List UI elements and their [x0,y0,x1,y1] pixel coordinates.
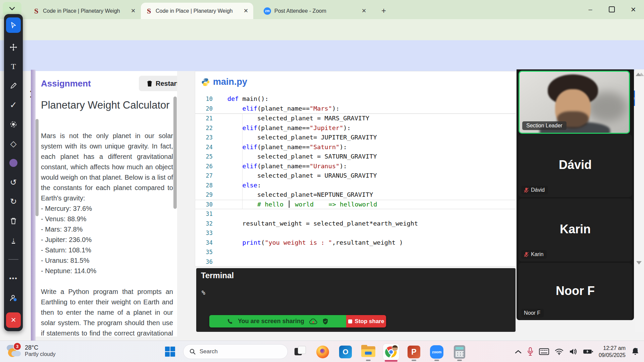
zoom-favicon: zm [264,7,271,15]
spotlight-tool-icon[interactable] [6,119,21,129]
code-area[interactable]: 10def main():20 elif(planet_name=="Mars"… [195,94,516,266]
undo-tool-icon[interactable]: ↺ [6,177,21,187]
close-window-button[interactable]: × [623,0,644,19]
line-number: 29 [195,190,213,200]
tab-close-icon[interactable]: ✕ [129,7,137,15]
code-line-34[interactable]: 34 print("you weight is : ",resultant_we… [195,238,516,248]
assignment-intro: Mars is not the only planet in our solar… [41,131,173,203]
task-view-taskbar-icon[interactable] [292,344,308,360]
terminal-prompt: % [202,289,205,296]
code-line-32[interactable]: 32 resultant_weight = selected_planet*ea… [195,219,516,229]
assignment-scrollbar[interactable] [173,97,177,209]
section-leader-video[interactable]: Section Leader [519,71,630,134]
tray-time: 12:27 am [599,345,626,352]
participant-tile-noor-f[interactable]: Noor FNoor F [519,263,632,320]
code-line-20[interactable]: 20 elif(planet_name=="Mars"): [195,104,516,114]
code-line-10[interactable]: 10def main(): [195,94,516,104]
cloud-recording-icon [309,318,318,324]
code-line-33[interactable]: 33 [195,228,516,238]
redo-tool-icon[interactable]: ↻ [6,196,21,206]
notification-bell-icon[interactable]: z [631,347,639,356]
svg-text:z: z [636,347,638,351]
taskbar-search[interactable]: Search [183,344,288,359]
line-number: 31 [195,209,213,219]
tray-chevron-up-icon[interactable] [515,350,522,354]
battery-icon[interactable] [583,349,593,355]
toolbar-separator [6,254,21,264]
participant-tile-dávid[interactable]: DávidDávid [519,134,632,197]
move-tool-icon[interactable] [6,42,21,52]
tab-close-icon[interactable]: ✕ [242,7,250,15]
search-icon [190,349,196,355]
clear-tool-icon[interactable] [6,216,21,226]
firefox-taskbar-icon[interactable] [315,344,331,360]
code-line-24[interactable]: 24 elif(planet_name=="Saturn"): [195,142,516,152]
constants-list: - Mercury: 37.6%- Venus: 88.9%- Mars: 37… [41,203,173,276]
browser-tab-1[interactable]: SCode in Place | Planetary Weigh✕ [28,3,141,19]
wifi-icon[interactable] [555,348,564,355]
code-line-21[interactable]: 21 selected_planet = MARS_GRAVITY [195,114,516,123]
weather-widget[interactable]: 3 28°C Partly cloudy [6,343,56,358]
tab-close-icon[interactable]: ✕ [360,7,368,15]
powerpoint-taskbar-icon[interactable]: P [406,344,422,360]
draw-tool-icon[interactable] [6,81,21,91]
file-explorer-taskbar-icon[interactable] [360,344,376,360]
save-tool-icon[interactable]: ↓ [6,235,21,245]
code-line-27[interactable]: 27 selected_planet = URANUS_GRAVITY [195,171,516,181]
line-number: 34 [195,238,213,248]
touch-keyboard-icon[interactable] [539,348,549,355]
code-line-35[interactable]: 35 [195,247,516,257]
start-button[interactable] [165,347,175,357]
browser-tab-3[interactable]: zmPost Attendee - Zoom✕ [259,3,371,19]
maximize-button[interactable] [601,0,623,19]
code-lines: 21 selected_planet = MARS_GRAVITY22 elif… [195,114,516,266]
more-tool-icon[interactable]: ••• [6,274,21,284]
outlook-taskbar-icon[interactable]: O [337,344,354,360]
sidebar-scrollbar[interactable] [36,119,39,216]
restart-button[interactable]: Restart [139,76,177,91]
code-line-26[interactable]: 26 elif(planet_name=="Uranus"): [195,162,516,171]
security-tool-icon[interactable] [6,293,21,303]
participant-tile-karin[interactable]: KarinKarin [519,198,632,261]
code-line-23[interactable]: 23 selected_planet= JUPITER_GRAVITY [195,133,516,142]
chevron-down-icon [9,7,15,10]
line-text: elif(planet_name=="Uranus"): [227,162,347,171]
filename[interactable]: main.py [213,77,247,87]
calculator-taskbar-icon[interactable] [451,344,468,360]
chrome-taskbar-icon[interactable] [383,344,399,360]
stop-share-button[interactable]: Stop share [346,315,386,327]
stop-icon [348,319,352,323]
browser-tab-2[interactable]: SCode in Place | Planetary Weigh✕ [141,3,253,19]
assignment-panel: Assignment Restart Planetary Weight Calc… [36,71,177,337]
code-line-25[interactable]: 25 selected_planet = SATURN_GRAVITY [195,152,516,162]
line-text: elif(planet_name=="Mars"): [227,104,339,114]
clock[interactable]: 12:27 am 09/05/2025 [599,345,626,359]
select-tool-icon[interactable] [6,17,21,33]
tab-search-button[interactable] [3,2,21,15]
code-line-36[interactable]: 36 [195,257,516,267]
close-tool-icon[interactable]: × [6,312,21,328]
share-message: You are screen sharing [238,318,304,325]
text-tool-icon[interactable]: T [6,61,21,71]
speaker-icon[interactable] [569,348,577,355]
color-tool-icon[interactable] [6,158,21,168]
check-tool-icon[interactable]: ✓ [6,100,21,110]
minimize-button[interactable]: – [580,0,601,19]
code-line-31[interactable]: 31 [195,209,516,219]
search-placeholder: Search [200,348,218,355]
eraser-tool-icon[interactable]: ◇ [6,139,21,149]
assignment-heading: Assignment [41,78,91,89]
line-text: else: [227,181,261,190]
new-tab-button[interactable]: + [378,5,389,16]
zoom-taskbar-icon[interactable]: zoom [429,344,445,360]
weather-desc: Partly cloudy [25,351,56,357]
code-line-29[interactable]: 29 selected_planet=NEPTUNE_GRAVITY [195,190,516,200]
page-scrollbar[interactable] [635,69,644,332]
scroll-down-icon[interactable] [636,261,642,264]
code-line-28[interactable]: 28 else: [195,181,516,190]
code-line-30[interactable]: 30 # hello world => helloworld [195,200,516,209]
code-line-22[interactable]: 22 elif(planet_name=="Jupiter"): [195,123,516,133]
microphone-icon[interactable] [527,347,533,356]
line-text: def main(): [227,94,269,104]
line-text: selected_planet = URANUS_GRAVITY [227,171,377,181]
